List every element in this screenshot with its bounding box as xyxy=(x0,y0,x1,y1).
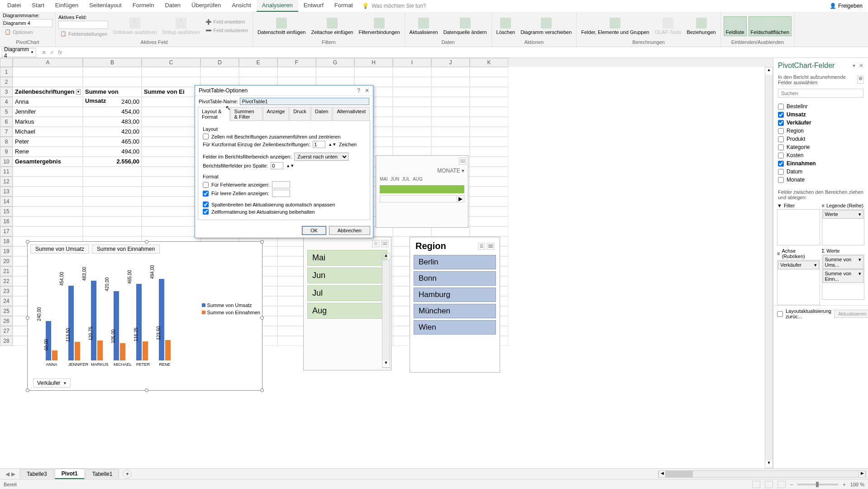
empty-cells-input[interactable] xyxy=(272,190,290,197)
close-icon[interactable]: ✕ xyxy=(365,87,369,94)
cell[interactable] xyxy=(393,127,431,137)
confirm-icon[interactable]: ✓ xyxy=(50,49,54,56)
cell[interactable] xyxy=(13,206,83,216)
row-header[interactable]: 8 xyxy=(0,137,13,147)
cell[interactable] xyxy=(83,226,142,236)
cell[interactable] xyxy=(431,107,470,117)
cell[interactable] xyxy=(470,117,508,127)
dialog-tab-layout[interactable]: Layout & Format xyxy=(198,107,230,121)
cell[interactable] xyxy=(277,67,316,77)
column-header[interactable]: D xyxy=(200,58,239,67)
field-checkbox[interactable] xyxy=(778,169,784,175)
area-item[interactable]: Werte▾ xyxy=(823,210,864,219)
cell[interactable] xyxy=(13,216,83,226)
cell[interactable] xyxy=(470,167,508,177)
column-header[interactable]: K xyxy=(470,58,508,67)
slicer-item[interactable]: Jun xyxy=(307,268,387,283)
slicer-item[interactable]: München xyxy=(414,304,496,318)
cell[interactable] xyxy=(142,77,200,87)
filter-connections-button[interactable]: Filterverbindungen xyxy=(357,17,401,36)
cell[interactable]: Peter xyxy=(13,137,83,147)
row-header[interactable]: 23 xyxy=(0,286,13,296)
cell[interactable] xyxy=(83,77,142,87)
column-header[interactable]: J xyxy=(431,58,470,67)
resize-handle[interactable] xyxy=(145,240,148,244)
select-all-corner[interactable] xyxy=(0,58,13,67)
cell[interactable] xyxy=(470,147,508,157)
pivot-filter-dropdown[interactable]: ▾ xyxy=(76,89,81,95)
row-header[interactable]: 3 xyxy=(0,87,13,97)
cell[interactable] xyxy=(431,117,470,127)
zoom-out-button[interactable]: − xyxy=(790,482,793,487)
last-sheet-icon[interactable]: ▶ xyxy=(11,471,15,477)
ok-button[interactable]: OK xyxy=(302,226,326,235)
cell[interactable] xyxy=(470,226,508,236)
tab-start[interactable]: Start xyxy=(26,0,49,12)
cell[interactable] xyxy=(142,97,200,107)
cell[interactable] xyxy=(83,67,142,77)
error-values-input[interactable] xyxy=(272,181,290,188)
cell[interactable] xyxy=(431,77,470,87)
column-header[interactable]: B xyxy=(83,58,142,67)
dialog-tab-print[interactable]: Druck xyxy=(289,107,310,121)
relationships-button[interactable]: Beziehungen xyxy=(685,17,717,36)
cell[interactable] xyxy=(354,67,393,77)
field-item[interactable]: Umsatz xyxy=(778,110,863,119)
tell-me-search[interactable]: 💡 Was möchten Sie tun? xyxy=(358,0,429,12)
cell[interactable] xyxy=(470,77,508,87)
cell[interactable] xyxy=(13,197,83,206)
row-header[interactable]: 25 xyxy=(0,306,13,316)
chart-name-input[interactable] xyxy=(3,19,52,27)
cell[interactable]: Anna xyxy=(13,97,83,107)
resize-handle[interactable] xyxy=(260,240,264,244)
preserve-format-checkbox[interactable] xyxy=(203,209,209,215)
pivot-chart[interactable]: Summe von Umsatz Summe von Einnahmen 240… xyxy=(27,241,262,391)
field-item[interactable]: Datum xyxy=(778,168,863,176)
drilldown-button[interactable]: ↓Drilldown ausführen xyxy=(111,17,158,36)
cancel-icon[interactable]: ✕ xyxy=(42,49,46,56)
chart-bar[interactable] xyxy=(68,286,74,360)
slicer-item[interactable]: Bonn xyxy=(414,271,496,286)
column-header[interactable]: I xyxy=(393,58,431,67)
cell[interactable] xyxy=(431,97,470,107)
cell[interactable]: 240,00 xyxy=(83,97,142,107)
cell[interactable] xyxy=(142,127,200,137)
cell[interactable] xyxy=(316,67,354,77)
timeline-scrollbar[interactable]: ▶ xyxy=(380,195,464,202)
row-header[interactable]: 22 xyxy=(0,276,13,286)
close-icon[interactable]: ✕ xyxy=(859,62,863,69)
slicer-item[interactable]: Hamburg xyxy=(414,288,496,302)
page-layout-view-button[interactable] xyxy=(765,481,773,488)
sheet-tab[interactable]: Tabelle1 xyxy=(86,469,119,479)
field-item[interactable]: Monate xyxy=(778,176,863,184)
error-values-checkbox[interactable] xyxy=(203,182,209,188)
spinner-icon[interactable]: ▲▼ xyxy=(328,142,336,147)
scroll-down-icon[interactable]: ▼ xyxy=(382,360,390,368)
zoom-slider[interactable] xyxy=(797,484,838,485)
cell[interactable] xyxy=(142,226,200,236)
field-checkbox[interactable] xyxy=(778,144,784,150)
clear-filter-icon[interactable]: ⌧ xyxy=(459,158,466,165)
timeline-slicer[interactable]: ⌧ MONATE ▾ MAI JUN JUL AUG ▶ xyxy=(376,155,468,228)
field-checkbox[interactable] xyxy=(778,120,784,126)
row-header[interactable]: 9 xyxy=(0,147,13,157)
resize-handle[interactable] xyxy=(260,388,264,392)
cell[interactable] xyxy=(13,187,83,197)
collapse-field-button[interactable]: ➖ Feld reduzieren xyxy=(204,27,250,34)
autofit-checkbox[interactable] xyxy=(203,201,209,207)
row-header[interactable]: 15 xyxy=(0,206,13,216)
update-button[interactable]: Aktualisieren xyxy=(834,310,868,318)
field-item[interactable]: Bestellnr xyxy=(778,102,863,110)
cancel-button[interactable]: Abbrechen xyxy=(329,226,370,235)
scroll-down-icon[interactable]: ▼ xyxy=(765,460,773,468)
tab-ansicht[interactable]: Ansicht xyxy=(226,0,257,12)
row-header[interactable]: 26 xyxy=(0,316,13,326)
defer-layout-checkbox[interactable] xyxy=(777,311,783,317)
filter-cols-input[interactable] xyxy=(271,162,283,169)
row-header[interactable]: 27 xyxy=(0,326,13,336)
cell[interactable] xyxy=(13,177,83,187)
multi-select-icon[interactable]: ☰ xyxy=(372,240,379,247)
cell[interactable] xyxy=(393,117,431,127)
cell[interactable] xyxy=(83,167,142,177)
area-item[interactable]: Summe von Einn...▾ xyxy=(823,269,864,283)
